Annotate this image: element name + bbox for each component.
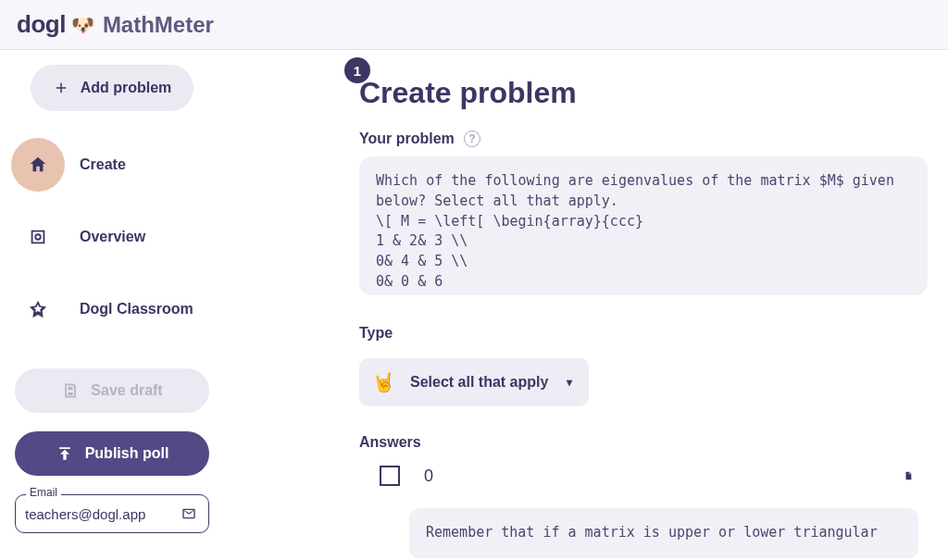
- chevron-down-icon: ▾: [567, 376, 572, 389]
- page-title: Create problem: [359, 76, 928, 110]
- mascot-icon: 🐶: [71, 15, 92, 35]
- save-draft-label: Save draft: [91, 382, 162, 399]
- app-header: dogl 🐶 MathMeter: [0, 0, 948, 50]
- overview-icon: [28, 227, 48, 247]
- publish-poll-label: Publish poll: [85, 445, 169, 462]
- answers-label: Answers: [359, 434, 928, 451]
- save-draft-button[interactable]: Save draft: [15, 368, 209, 413]
- type-label: Type: [359, 325, 928, 342]
- email-box: Email: [15, 494, 209, 533]
- main-content: 1 Create problem Your problem ? Type 🤘 S…: [359, 50, 948, 560]
- mail-icon: [181, 504, 196, 524]
- problem-textarea[interactable]: [359, 156, 928, 295]
- add-problem-button[interactable]: Add problem: [31, 65, 194, 111]
- sidebar-item-label: Overview: [80, 229, 206, 245]
- brand-name: dogl: [17, 10, 66, 39]
- note-icon: [904, 467, 913, 485]
- classroom-icon: [28, 299, 48, 319]
- sidebar: Add problem Create Overview Dogl Classro…: [0, 50, 220, 560]
- home-icon: [28, 155, 48, 175]
- email-legend: Email: [26, 486, 61, 499]
- sidebar-nav: Create Overview Dogl Classroom: [11, 137, 213, 354]
- type-value: Select all that apply: [410, 374, 548, 391]
- publish-icon: [56, 444, 74, 463]
- answer-row: 0: [359, 460, 928, 492]
- answer-checkbox[interactable]: [380, 466, 400, 486]
- rock-on-icon: 🤘: [372, 371, 395, 393]
- problem-number-badge: 1: [344, 57, 370, 83]
- publish-poll-button[interactable]: Publish poll: [15, 431, 209, 476]
- sidebar-item-label: Create: [80, 156, 206, 173]
- sidebar-item-create[interactable]: Create: [11, 137, 213, 193]
- email-send-button[interactable]: [176, 501, 202, 527]
- answer-feedback-text[interactable]: Remember that if a matrix is upper or lo…: [409, 508, 918, 558]
- content-gap: [220, 50, 359, 560]
- answer-value[interactable]: 0: [424, 467, 874, 486]
- plus-icon: [53, 80, 69, 96]
- brand-logo[interactable]: dogl 🐶: [17, 10, 92, 39]
- sidebar-item-overview[interactable]: Overview: [11, 209, 213, 265]
- type-selector[interactable]: 🤘 Select all that apply ▾: [359, 358, 589, 406]
- answer-note-button[interactable]: [898, 466, 918, 486]
- help-icon[interactable]: ?: [464, 131, 480, 147]
- add-problem-label: Add problem: [81, 80, 172, 96]
- your-problem-label: Your problem ?: [359, 131, 928, 147]
- save-icon: [61, 381, 80, 400]
- sidebar-item-label: Dogl Classroom: [80, 301, 206, 317]
- app-name: MathMeter: [103, 12, 214, 38]
- sidebar-item-classroom[interactable]: Dogl Classroom: [11, 281, 213, 337]
